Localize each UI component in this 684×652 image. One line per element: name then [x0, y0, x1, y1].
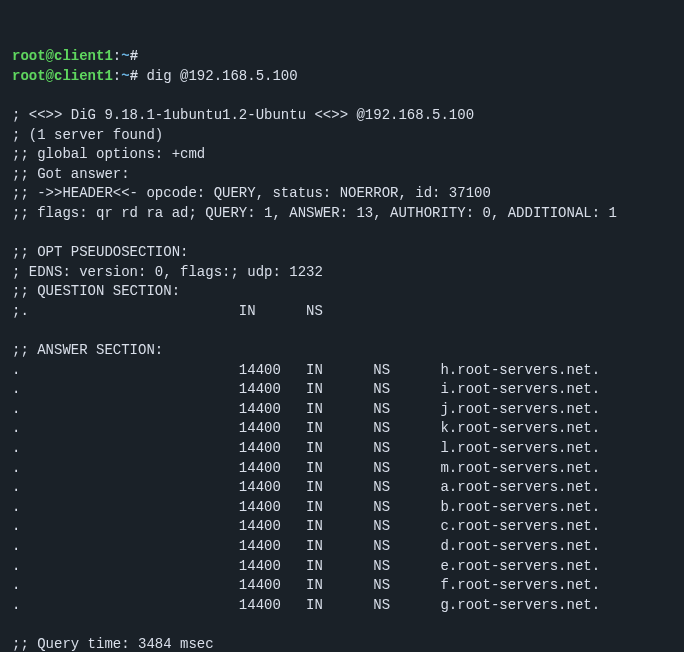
dig-servers-found: ; (1 server found)	[12, 127, 163, 143]
question-record: ;. IN NS	[12, 303, 323, 319]
dig-global-options: ;; global options: +cmd	[12, 146, 205, 162]
cwd: ~	[121, 48, 129, 64]
user-host: root@client1	[12, 68, 113, 84]
prompt-symbol: #	[130, 68, 138, 84]
terminal-output: root@client1:~# root@client1:~# dig @192…	[12, 47, 672, 652]
user-host: root@client1	[12, 48, 113, 64]
opt-pseudosection: ;; OPT PSEUDOSECTION:	[12, 244, 188, 260]
prompt-symbol: #	[130, 48, 138, 64]
dig-header-line: ;; ->>HEADER<<- opcode: QUERY, status: N…	[12, 185, 491, 201]
dig-banner: ; <<>> DiG 9.18.1-1ubuntu1.2-Ubuntu <<>>…	[12, 107, 474, 123]
colon: :	[113, 68, 121, 84]
dig-got-answer: ;; Got answer:	[12, 166, 130, 182]
answer-records: . 14400 IN NS h.root-servers.net. . 1440…	[12, 361, 672, 616]
query-time: ;; Query time: 3484 msec	[12, 636, 214, 652]
dig-flags-line: ;; flags: qr rd ra ad; QUERY: 1, ANSWER:…	[12, 205, 617, 221]
question-section-header: ;; QUESTION SECTION:	[12, 283, 180, 299]
cwd: ~	[121, 68, 129, 84]
colon: :	[113, 48, 121, 64]
prompt-2: root@client1:~# dig @192.168.5.100	[12, 68, 298, 84]
edns-line: ; EDNS: version: 0, flags:; udp: 1232	[12, 264, 323, 280]
prompt-1: root@client1:~#	[12, 48, 138, 64]
command-dig[interactable]: dig @192.168.5.100	[138, 68, 298, 84]
answer-section-header: ;; ANSWER SECTION:	[12, 342, 163, 358]
